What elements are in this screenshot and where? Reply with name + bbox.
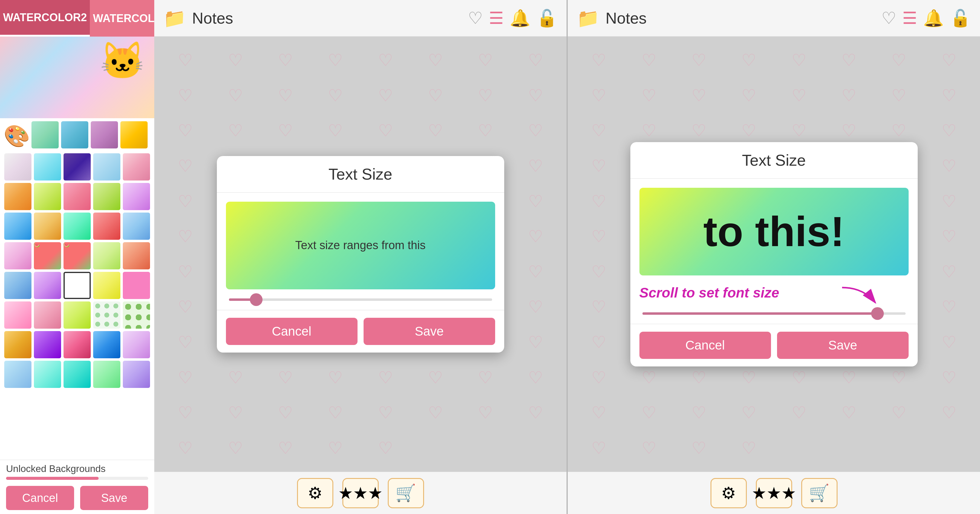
bg-cell-yellow-green[interactable] xyxy=(64,301,91,328)
bg-cell-12[interactable] xyxy=(64,183,91,210)
bg-cell-19[interactable] xyxy=(123,213,150,240)
right-footer-gear-button[interactable]: ⚙ xyxy=(711,478,747,508)
bg-cell-25[interactable] xyxy=(93,272,120,299)
left-list-icon[interactable]: ☰ xyxy=(489,8,504,28)
unlocked-label: Unlocked Backgrounds xyxy=(6,463,148,474)
bg-cell-wm5[interactable] xyxy=(123,331,150,358)
bg-cell-empty-selected[interactable] xyxy=(64,272,91,299)
bg-cell-light-pink[interactable] xyxy=(4,301,32,328)
bg-cell-21[interactable] xyxy=(93,242,120,270)
left-footer-star-button[interactable]: ★★★ xyxy=(342,478,379,508)
grid-row-9 xyxy=(3,361,151,388)
palette-icon[interactable]: 🎨 xyxy=(3,122,30,150)
annotation-arrow-icon xyxy=(839,284,885,309)
right-dialog-save-button[interactable]: Save xyxy=(777,332,908,359)
grid-row-2 xyxy=(3,153,151,181)
bg-cell-blue-brush[interactable] xyxy=(93,331,120,358)
left-dialog-save-button[interactable]: Save xyxy=(364,318,495,345)
bg-cell-16[interactable] xyxy=(34,213,61,240)
bg-cell-6[interactable] xyxy=(34,153,61,181)
right-lock-icon[interactable]: 🔓 xyxy=(950,8,971,28)
bg-cell-1[interactable] xyxy=(32,121,59,148)
bg-cell-23[interactable] xyxy=(4,272,32,299)
bg-cell-aqua[interactable] xyxy=(34,361,61,388)
bg-cell-dots2[interactable] xyxy=(123,301,150,328)
left-panel: WATERCOLOR2 WATERCOLOR1 OCEAN DOTS 🐱 🎨 xyxy=(0,0,154,514)
bg-cell-2[interactable] xyxy=(61,121,88,148)
right-slider-track[interactable] xyxy=(643,313,905,315)
bg-cell-gold-brush[interactable] xyxy=(4,331,32,358)
bg-cell-watermelon1[interactable]: 🍉 xyxy=(34,242,61,270)
background-preview: 🐱 xyxy=(0,36,154,118)
bg-cell-20[interactable] xyxy=(4,242,32,270)
tab-watercolor1[interactable]: WATERCOLOR1 xyxy=(90,0,154,36)
grid-row-8 xyxy=(3,331,151,358)
right-dialog-title: Text Size xyxy=(630,142,918,179)
right-text-size-dialog: Text Size to this! Scroll to set font si… xyxy=(630,142,918,366)
bottom-bar: Unlocked Backgrounds Cancel Save xyxy=(0,460,154,514)
left-slider-thumb[interactable] xyxy=(250,293,262,306)
bg-cell-22[interactable] xyxy=(123,242,150,270)
left-bell-icon[interactable]: 🔔 xyxy=(510,8,531,28)
save-button[interactable]: Save xyxy=(80,486,148,510)
bg-cell-teal[interactable] xyxy=(64,361,91,388)
right-dialog-cancel-button[interactable]: Cancel xyxy=(640,332,771,359)
right-footer-star-button[interactable]: ★★★ xyxy=(756,478,792,508)
left-file-icon: 📁 xyxy=(163,8,186,29)
right-header-title: Notes xyxy=(606,9,875,27)
right-footer-cart-button[interactable]: 🛒 xyxy=(801,478,838,508)
bg-cell-watermelon2[interactable]: 🍉 xyxy=(64,242,91,270)
right-slider-thumb[interactable] xyxy=(871,307,884,320)
bg-cell-17[interactable] xyxy=(64,213,91,240)
bg-cell-24[interactable] xyxy=(34,272,61,299)
left-slider-container[interactable] xyxy=(226,298,495,301)
bg-cell-dots[interactable] xyxy=(93,301,120,328)
left-footer-gear-button[interactable]: ⚙ xyxy=(297,478,333,508)
bg-cell-wm9[interactable] xyxy=(93,361,120,388)
cat-decoration: 🐱 xyxy=(100,40,145,82)
right-heart-icon[interactable]: ♡ xyxy=(881,8,896,28)
bg-cell-5[interactable] xyxy=(4,153,32,181)
bg-cell-pink[interactable] xyxy=(123,272,150,299)
background-grid[interactable]: 🎨 xyxy=(0,118,154,460)
right-dialog-body: to this! Scroll to set font size xyxy=(630,179,918,324)
bg-cell-9[interactable] xyxy=(123,153,150,181)
bg-cell-pink-brush[interactable] xyxy=(64,331,91,358)
bg-cell-7[interactable] xyxy=(64,153,91,181)
left-phone-footer: ⚙ ★★★ 🛒 xyxy=(154,472,566,514)
left-preview-text-small: Text size ranges from this xyxy=(295,239,426,252)
grid-row-4 xyxy=(3,213,151,240)
left-dialog-cancel-button[interactable]: Cancel xyxy=(226,318,358,345)
right-dialog-footer: Cancel Save xyxy=(630,324,918,366)
grid-row-1: 🎨 xyxy=(3,121,151,151)
tab-watercolor2[interactable]: WATERCOLOR2 xyxy=(0,0,90,36)
bg-cell-13[interactable] xyxy=(93,183,120,210)
grid-subrow-1 xyxy=(30,121,151,148)
left-heart-icon[interactable]: ♡ xyxy=(468,8,483,28)
bg-cell-11[interactable] xyxy=(34,183,61,210)
bg-cell-10[interactable] xyxy=(4,183,32,210)
left-lock-icon[interactable]: 🔓 xyxy=(536,8,557,28)
bg-cell-18[interactable] xyxy=(93,213,120,240)
bg-cell-purple-brush[interactable] xyxy=(34,331,61,358)
bg-cell-wm8[interactable] xyxy=(123,361,150,388)
grid-row-6 xyxy=(3,272,151,299)
left-slider-track[interactable] xyxy=(229,298,492,301)
bg-cell-4[interactable] xyxy=(120,121,148,148)
tabs-bar: WATERCOLOR2 WATERCOLOR1 OCEAN DOTS xyxy=(0,0,154,36)
left-phone-panel: 📁 Notes ♡ ☰ 🔔 🔓 ♡ ♡ ♡ ♡ ♡ ♡ ♡ ♡ ♡ ♡ ♡ ♡ xyxy=(154,0,566,514)
right-list-icon[interactable]: ☰ xyxy=(902,8,917,28)
bg-cell-light-blue[interactable] xyxy=(4,361,32,388)
bg-cell-15[interactable] xyxy=(4,213,32,240)
right-bell-icon[interactable]: 🔔 xyxy=(923,8,944,28)
right-text-preview: to this! xyxy=(640,188,908,276)
bg-cell-wm7[interactable] xyxy=(34,301,61,328)
bg-cell-8[interactable] xyxy=(93,153,120,181)
right-file-icon: 📁 xyxy=(577,8,600,29)
bg-cell-14[interactable] xyxy=(123,183,150,210)
bg-cell-3[interactable] xyxy=(91,121,118,148)
right-slider-container[interactable] xyxy=(640,313,908,315)
slider-annotation-container: Scroll to set font size xyxy=(640,284,908,303)
cancel-button[interactable]: Cancel xyxy=(6,486,74,510)
left-footer-cart-button[interactable]: 🛒 xyxy=(388,478,424,508)
